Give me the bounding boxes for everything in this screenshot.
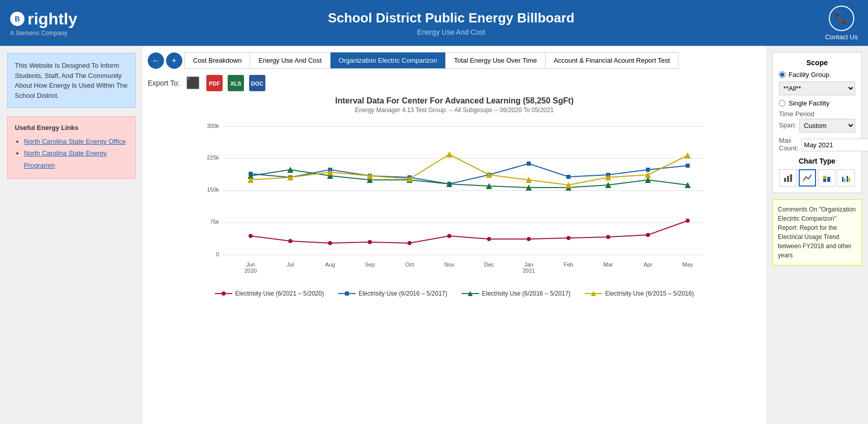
logo-circle: B xyxy=(10,12,24,26)
svg-marker-77 xyxy=(685,152,691,158)
svg-point-41 xyxy=(686,219,690,223)
svg-text:Jun: Jun xyxy=(246,261,255,268)
nc-energy-program-link[interactable]: North Carolina State Energy Programm xyxy=(24,149,107,169)
main-body: This Website Is Designed To Inform Stude… xyxy=(0,46,868,424)
links-box: Useful Energy Links North Carolina State… xyxy=(7,116,135,179)
chart-type-line-button[interactable] xyxy=(799,169,816,187)
logo-siemens: A Siemens Company xyxy=(10,30,67,37)
chart-type-stacked-button[interactable] xyxy=(818,169,835,187)
header: B rightly A Siemens Company School Distr… xyxy=(0,0,868,46)
export-pdf-button[interactable]: ⬛ xyxy=(185,75,201,91)
svg-text:Dec: Dec xyxy=(484,261,494,268)
svg-rect-52 xyxy=(646,168,650,172)
comments-box: Comments On "Organization Electrtic Comp… xyxy=(772,199,862,266)
svg-point-35 xyxy=(447,234,451,238)
svg-point-31 xyxy=(288,239,292,243)
legend-label-3: Electrisity Use (6/2016 – 5/2017) xyxy=(482,290,571,297)
svg-point-30 xyxy=(249,234,253,238)
svg-text:2020: 2020 xyxy=(245,268,257,274)
chart-svg: 300k 225k 150k 75k 0 Jun 2020 Jul Aug Se… xyxy=(148,119,761,282)
svg-text:Sep: Sep xyxy=(365,261,375,268)
svg-point-38 xyxy=(566,236,571,240)
legend-label-2: Electrisity Use (6/2016 – 5/2017) xyxy=(359,290,447,297)
svg-text:PDF: PDF xyxy=(209,81,220,87)
export-pdf-icon[interactable]: PDF xyxy=(206,75,223,91)
svg-text:DOC: DOC xyxy=(251,81,264,87)
svg-rect-94 xyxy=(847,176,848,182)
legend: Electrisity Use (6/2021 – 5/2020) Electr… xyxy=(148,290,761,297)
chart-type-bar-button[interactable] xyxy=(779,169,797,187)
svg-rect-81 xyxy=(345,292,349,296)
svg-rect-87 xyxy=(787,176,789,182)
single-facility-radio[interactable] xyxy=(779,100,785,107)
maxcount-row: Max Count: xyxy=(779,137,855,153)
span-select[interactable]: Custom Monthly Yearly xyxy=(799,119,855,132)
chart-area: 300k 225k 150k 75k 0 Jun 2020 Jul Aug Se… xyxy=(148,119,761,284)
svg-rect-86 xyxy=(784,178,786,182)
facility-group-radio[interactable] xyxy=(779,71,785,78)
span-label: Span: xyxy=(779,121,796,129)
svg-text:0: 0 xyxy=(216,251,219,257)
svg-rect-50 xyxy=(566,175,571,179)
single-facility-label: Single Facility xyxy=(789,99,829,107)
maxcount-label: Max Count: xyxy=(779,137,798,152)
tab-prev-button[interactable]: ← xyxy=(148,52,164,69)
page-title: School District Public Energy Billboard xyxy=(328,10,575,26)
svg-point-33 xyxy=(368,240,372,244)
svg-text:300k: 300k xyxy=(207,123,219,129)
chart-subtitle: Energy Manager 4.13 Test Group: -- All S… xyxy=(148,107,761,114)
tab-energy-use-cost[interactable]: Energy Use And Cost xyxy=(250,52,330,68)
logo-brand: rightly xyxy=(28,10,77,29)
chart-type-title: Chart Type xyxy=(779,157,855,165)
svg-text:150k: 150k xyxy=(207,187,219,193)
contact-us-button[interactable]: 📞 Contact Us xyxy=(825,6,858,41)
scope-title: Scope xyxy=(779,59,855,67)
svg-text:Oct: Oct xyxy=(405,261,414,268)
chart-title: Interval Data For Center For Advanced Le… xyxy=(148,96,761,105)
header-center: School District Public Energy Billboard … xyxy=(328,10,575,36)
svg-text:Nov: Nov xyxy=(444,261,454,268)
export-row: Export To: ⬛ PDF XLS DOC xyxy=(148,75,761,91)
svg-rect-92 xyxy=(842,177,844,182)
list-item: North Carolina State Energy Programm xyxy=(24,147,128,171)
tab-cost-breakdown[interactable]: Cost Breakdown xyxy=(185,52,250,68)
svg-text:Mar: Mar xyxy=(604,261,613,268)
tab-total-energy[interactable]: Total Energy Use Over Time xyxy=(446,52,546,68)
svg-point-39 xyxy=(606,235,610,239)
span-row: Span: Custom Monthly Yearly xyxy=(779,119,855,132)
comments-text: Comments On "Organization Electrtic Comp… xyxy=(778,206,856,259)
legend-item-4: Electrisity Use (6/2015 – 5/2016) xyxy=(585,290,694,297)
svg-text:Jul: Jul xyxy=(287,261,294,268)
single-facility-row: Single Facility xyxy=(779,99,855,107)
info-text: This Website Is Designed To Inform Stude… xyxy=(15,62,128,99)
sidebar: This Website Is Designed To Inform Stude… xyxy=(0,46,143,424)
export-excel-icon[interactable]: XLS xyxy=(228,75,244,91)
svg-text:Apr: Apr xyxy=(643,261,652,268)
export-word-icon[interactable]: DOC xyxy=(249,75,265,91)
svg-text:75k: 75k xyxy=(210,219,219,225)
svg-marker-71 xyxy=(446,151,452,157)
svg-point-34 xyxy=(408,241,412,245)
phone-icon: 📞 xyxy=(829,6,854,31)
links-list: North Carolina State Energy Office North… xyxy=(15,136,128,171)
svg-point-32 xyxy=(328,241,332,245)
chart-type-grouped-button[interactable] xyxy=(837,169,855,187)
logo: B rightly A Siemens Company xyxy=(10,10,77,37)
maxcount-input[interactable] xyxy=(801,139,868,151)
facility-group-select[interactable]: **All** xyxy=(779,82,855,95)
svg-point-37 xyxy=(527,237,531,241)
header-subtitle: Energy Use And Cost xyxy=(328,28,575,36)
tabs-container: Cost Breakdown Energy Use And Cost Organ… xyxy=(184,52,679,69)
tab-org-electric[interactable]: Organization Electric Comparizon xyxy=(331,52,446,68)
svg-text:Jan: Jan xyxy=(524,261,533,268)
info-box: This Website Is Designed To Inform Stude… xyxy=(7,53,135,108)
svg-rect-88 xyxy=(790,174,792,182)
svg-rect-93 xyxy=(844,179,846,182)
tab-next-button[interactable]: + xyxy=(166,52,182,69)
links-title: Useful Energy Links xyxy=(15,124,128,131)
svg-rect-53 xyxy=(686,164,690,168)
nc-energy-office-link[interactable]: North Carolina State Energy Office xyxy=(24,138,126,145)
tab-account-financial[interactable]: Account & Financial Acount Report Test xyxy=(546,52,678,68)
right-panel: Scope Facility Group **All** Single Faci… xyxy=(766,46,868,424)
facility-group-label: Facility Group xyxy=(789,71,829,78)
